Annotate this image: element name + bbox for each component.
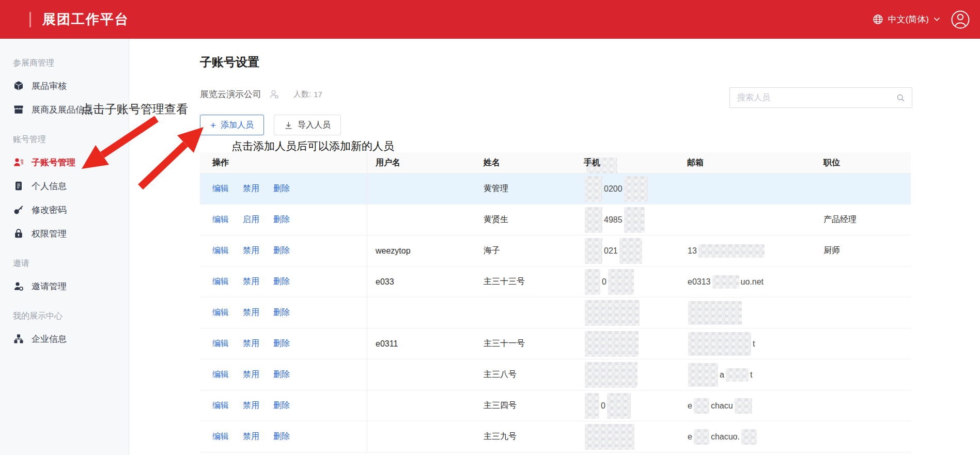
position-cell <box>815 421 911 452</box>
toggle-enable-link[interactable]: 禁用 <box>243 183 259 194</box>
table-row: 编辑禁用删除e033主三十三号0e0313uo.net <box>200 266 911 297</box>
masked-text-fragment: uo.net <box>741 277 764 287</box>
privacy-blur <box>619 238 642 264</box>
edit-link[interactable]: 编辑 <box>212 369 229 380</box>
position-cell <box>815 359 911 390</box>
search-box <box>729 87 912 108</box>
language-switcher[interactable]: 中文(简体) <box>873 13 940 25</box>
delete-link[interactable]: 删除 <box>273 276 290 287</box>
email-cell: echacu <box>679 390 815 421</box>
position-cell <box>815 174 911 204</box>
delete-link[interactable]: 删除 <box>273 400 290 411</box>
email-cell: e0313uo.net <box>679 266 815 297</box>
table-row: 编辑禁用删除主三九号echacuo. <box>200 421 911 452</box>
toggle-enable-link[interactable]: 禁用 <box>243 400 259 411</box>
delete-link[interactable]: 删除 <box>273 214 290 225</box>
name-cell: 黄贤生 <box>475 205 579 235</box>
actions-cell: 编辑禁用删除 <box>200 266 367 297</box>
sidebar-item-document[interactable]: 个人信息 <box>0 174 129 198</box>
phone-cell: 4985 <box>579 205 679 235</box>
privacy-blur <box>585 362 637 388</box>
search-input[interactable] <box>730 92 896 103</box>
sidebar-item-key[interactable]: 修改密码 <box>0 198 129 222</box>
column-header: 职位 <box>815 152 911 173</box>
sidebar-section: 邀请邀请管理 <box>0 257 129 298</box>
masked-text-fragment: t <box>753 339 755 349</box>
masked-text-fragment: 0 <box>601 401 605 411</box>
sidebar-item-cube[interactable]: 展品审核 <box>0 74 129 98</box>
app-title: 展团工作平台 <box>42 10 129 28</box>
toggle-enable-link[interactable]: 启用 <box>243 214 259 225</box>
edit-link[interactable]: 编辑 <box>212 276 229 287</box>
edit-link[interactable]: 编辑 <box>212 214 229 225</box>
masked-text-fragment: 0 <box>602 277 606 287</box>
phone-cell <box>579 421 679 452</box>
edit-link[interactable]: 编辑 <box>212 431 229 442</box>
toggle-enable-link[interactable]: 禁用 <box>243 338 259 349</box>
table-row: 编辑禁用删除weezytop海子02113厨师 <box>200 236 911 266</box>
toggle-enable-link[interactable]: 禁用 <box>243 369 259 380</box>
key-icon <box>13 205 24 215</box>
delete-link[interactable]: 删除 <box>273 183 290 194</box>
email-cell <box>679 205 815 235</box>
user-plus-icon <box>13 281 24 291</box>
masked-text-fragment: 021 <box>604 246 618 256</box>
edit-link[interactable]: 编辑 <box>212 245 229 256</box>
column-header: 操作 <box>200 152 367 173</box>
privacy-blur <box>735 398 752 414</box>
username-cell <box>367 421 475 452</box>
member-count-value: 17 <box>314 90 322 99</box>
privacy-blur <box>607 393 631 419</box>
sidebar-item-org-chart[interactable]: 企业信息 <box>0 327 129 351</box>
delete-link[interactable]: 删除 <box>273 369 290 380</box>
toolbar: + 添加人员 导入人员 <box>200 115 341 135</box>
sidebar-section: 我的展示中心企业信息 <box>0 309 129 351</box>
edit-link[interactable]: 编辑 <box>212 338 229 349</box>
email-cell: 13 <box>679 236 815 266</box>
chevron-down-icon <box>934 17 940 22</box>
delete-link[interactable]: 删除 <box>273 307 290 318</box>
brand-divider <box>29 12 31 27</box>
import-members-button[interactable]: 导入人员 <box>274 115 341 135</box>
toggle-enable-link[interactable]: 禁用 <box>243 431 259 442</box>
delete-link[interactable]: 删除 <box>273 245 290 256</box>
privacy-blur <box>585 300 640 326</box>
sidebar-item-lock[interactable]: 权限管理 <box>0 222 129 245</box>
table-row: 编辑启用删除黄贤生4985产品经理 <box>200 205 911 236</box>
privacy-blur <box>688 332 751 356</box>
name-cell <box>475 297 579 328</box>
header-right: 中文(简体) <box>873 0 971 39</box>
table-row: 编辑禁用删除黄管理0200 <box>200 174 911 205</box>
toggle-enable-link[interactable]: 禁用 <box>243 276 259 287</box>
username-cell <box>367 174 475 204</box>
privacy-blur <box>712 275 739 289</box>
edit-link[interactable]: 编辑 <box>212 400 229 411</box>
username-cell <box>367 205 475 235</box>
username-cell <box>367 390 475 421</box>
import-members-label: 导入人员 <box>298 120 331 131</box>
add-member-button[interactable]: + 添加人员 <box>200 115 264 135</box>
actions-cell: 编辑禁用删除 <box>200 359 367 390</box>
edit-link[interactable]: 编辑 <box>212 307 229 318</box>
delete-link[interactable]: 删除 <box>273 338 290 349</box>
toggle-enable-link[interactable]: 禁用 <box>243 245 259 256</box>
sidebar-item-user-list[interactable]: 子账号管理 <box>0 150 129 174</box>
privacy-blur <box>694 398 709 414</box>
search-icon[interactable] <box>896 93 905 102</box>
username-cell: e0311 <box>367 328 475 359</box>
actions-cell: 编辑禁用删除 <box>200 236 367 266</box>
table-row: 编辑禁用删除主三八号at <box>200 359 911 390</box>
masked-text-fragment: e <box>688 401 692 411</box>
sidebar-item-user-plus[interactable]: 邀请管理 <box>0 274 129 298</box>
toggle-enable-link[interactable]: 禁用 <box>243 307 259 318</box>
top-header: 展团工作平台 中文(简体) <box>0 0 980 39</box>
privacy-blur <box>585 269 600 295</box>
phone-cell: 0 <box>579 390 679 421</box>
phone-cell <box>579 297 679 328</box>
table-header-row: 操作用户名姓名手机邮箱职位 <box>200 152 911 174</box>
user-avatar-icon[interactable] <box>950 9 971 30</box>
edit-link[interactable]: 编辑 <box>212 183 229 194</box>
annotation-add-tip: 点击添加人员后可以添加新的人员 <box>231 139 394 153</box>
column-header: 手机 <box>579 152 679 173</box>
delete-link[interactable]: 删除 <box>273 431 290 442</box>
